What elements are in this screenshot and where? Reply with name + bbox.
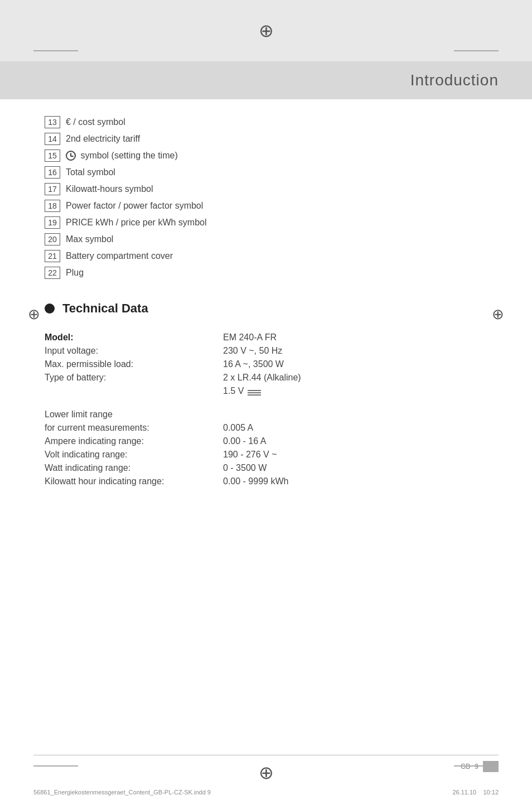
tech-value: 0.00 - 9999 kWh xyxy=(223,476,288,486)
tech-label: Max. permissible load: xyxy=(45,359,223,369)
tech-value: 190 - 276 V ~ xyxy=(223,450,277,460)
item-text: Kilowatt-hours symbol xyxy=(66,184,153,194)
crosshair-icon-right: ⊕ xyxy=(492,306,504,323)
table-row: Kilowatt hour indicating range:0.00 - 99… xyxy=(45,476,487,486)
list-item: 15 symbol (setting the time) xyxy=(45,150,487,162)
table-row: Volt indicating range:190 - 276 V ~ xyxy=(45,450,487,460)
table-row: Max. permissible load:16 A ~, 3500 W xyxy=(45,359,487,369)
tech-label: for current measurements: xyxy=(45,423,223,433)
crosshair-icon-top: ⊕ xyxy=(259,20,274,41)
item-number: 20 xyxy=(45,233,60,245)
main-content: 13€ / cost symbol142nd electricity tarif… xyxy=(0,99,532,507)
item-number: 15 xyxy=(45,150,60,162)
tech-label: Kilowatt hour indicating range: xyxy=(45,476,223,486)
tech-label: Input voltage: xyxy=(45,346,223,356)
tech-label: Lower limit range xyxy=(45,409,223,420)
dc-symbol xyxy=(248,388,261,395)
list-item: 19PRICE kWh / price per kWh symbol xyxy=(45,216,487,229)
tech-value: 16 A ~, 3500 W xyxy=(223,359,284,369)
table-row: Type of battery:2 x LR.44 (Alkaline) xyxy=(45,373,487,383)
tech-label: Model: xyxy=(45,332,223,343)
item-text: PRICE kWh / price per kWh symbol xyxy=(66,218,207,228)
clock-symbol-icon xyxy=(66,151,76,161)
item-number: 18 xyxy=(45,200,60,212)
tech-value: 0 - 3500 W xyxy=(223,463,267,473)
tech-label xyxy=(45,386,223,396)
section-header: Technical Data xyxy=(45,301,487,316)
tech-value: 230 V ~, 50 Hz xyxy=(223,346,282,356)
tech-value: 0.005 A xyxy=(223,423,253,433)
table-row: Ampere indicating range:0.00 - 16 A xyxy=(45,436,487,446)
top-bar: ⊕ xyxy=(0,0,532,61)
item-text: Max symbol xyxy=(66,234,113,244)
table-row: for current measurements:0.005 A xyxy=(45,423,487,433)
item-number: 19 xyxy=(45,216,60,229)
footer-divider xyxy=(33,755,499,755)
tech-value: EM 240-A FR xyxy=(223,332,277,343)
very-bottom-bar: 56861_Energiekostenmessgeraet_Content_GB… xyxy=(0,789,532,796)
bottom-area: ⊕ xyxy=(0,762,532,783)
table-row: Model:EM 240-A FR xyxy=(45,332,487,343)
crosshair-icon-left: ⊕ xyxy=(28,306,40,323)
bottom-left-line xyxy=(33,765,78,767)
item-text: Total symbol xyxy=(66,167,115,177)
list-item: 142nd electricity tariff xyxy=(45,133,487,145)
item-number: 17 xyxy=(45,183,60,195)
header-band: Introduction xyxy=(0,61,532,99)
item-text: symbol (setting the time) xyxy=(66,151,178,161)
tech-label: Volt indicating range: xyxy=(45,450,223,460)
footer-datetime: 26.11.10 10:12 xyxy=(452,789,499,796)
crosshair-icon-bottom: ⊕ xyxy=(259,762,274,783)
tech-value: 1.5 V xyxy=(223,386,261,396)
list-item: 22Plug xyxy=(45,267,487,279)
top-right-line xyxy=(454,50,499,51)
table-row: 1.5 V xyxy=(45,386,487,396)
tech-value: 0.00 - 16 A xyxy=(223,436,266,446)
page-title: Introduction xyxy=(410,71,499,89)
tech-label: Ampere indicating range: xyxy=(45,436,223,446)
section-title: Technical Data xyxy=(62,301,148,316)
tech-label: Type of battery: xyxy=(45,373,223,383)
list-item: 13€ / cost symbol xyxy=(45,116,487,128)
file-name: 56861_Energiekostenmessgeraet_Content_GB… xyxy=(33,789,211,796)
table-row: Watt indicating range:0 - 3500 W xyxy=(45,463,487,473)
item-number: 21 xyxy=(45,250,60,262)
item-text: Plug xyxy=(66,268,84,278)
item-number: 16 xyxy=(45,166,60,179)
tech-value: 2 x LR.44 (Alkaline) xyxy=(223,373,301,383)
items-list: 13€ / cost symbol142nd electricity tarif… xyxy=(45,116,487,279)
item-number: 14 xyxy=(45,133,60,145)
table-row: Input voltage:230 V ~, 50 Hz xyxy=(45,346,487,356)
list-item: 17Kilowatt-hours symbol xyxy=(45,183,487,195)
top-left-line xyxy=(33,50,78,51)
item-number: 22 xyxy=(45,267,60,279)
tech-data-table: Model:EM 240-A FRInput voltage:230 V ~, … xyxy=(45,332,487,486)
bullet-circle xyxy=(45,303,55,314)
item-text: € / cost symbol xyxy=(66,117,125,127)
tech-spacer xyxy=(45,399,487,409)
item-text: 2nd electricity tariff xyxy=(66,134,140,144)
item-number: 13 xyxy=(45,116,60,128)
table-row: Lower limit range xyxy=(45,409,487,420)
technical-section: ⊕ ⊕ Technical Data Model:EM 240-A FRInpu… xyxy=(45,301,487,486)
list-item: 21Battery compartment cover xyxy=(45,250,487,262)
item-text: Power factor / power factor symbol xyxy=(66,201,203,211)
item-text: Battery compartment cover xyxy=(66,251,173,261)
bottom-right-line xyxy=(454,765,499,767)
list-item: 20Max symbol xyxy=(45,233,487,245)
list-item: 18Power factor / power factor symbol xyxy=(45,200,487,212)
list-item: 16Total symbol xyxy=(45,166,487,179)
tech-label: Watt indicating range: xyxy=(45,463,223,473)
